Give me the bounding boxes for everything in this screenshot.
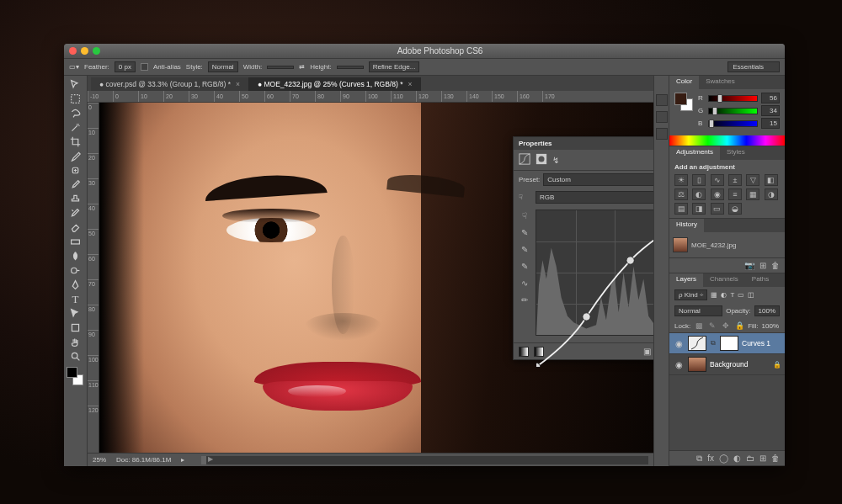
crop-tool-icon[interactable]: [67, 135, 85, 149]
healing-tool-icon[interactable]: [67, 163, 85, 178]
mask-thumb[interactable]: [720, 336, 738, 351]
docked-panel-icon[interactable]: [656, 128, 668, 140]
eyedropper-tool-icon[interactable]: [67, 149, 85, 163]
height-input[interactable]: [337, 66, 364, 69]
channels-tab[interactable]: Channels: [703, 273, 745, 287]
g-slider[interactable]: [708, 108, 758, 114]
filter-dropdown[interactable]: ρ Kind ÷: [674, 289, 707, 300]
lock-trans-icon[interactable]: ▩: [694, 321, 704, 331]
new-fill-adj-icon[interactable]: ◐: [733, 454, 741, 463]
curves-graph[interactable]: [536, 210, 653, 336]
history-state[interactable]: MOE_4232.jpg: [673, 236, 781, 254]
new-snapshot-icon[interactable]: 📷: [744, 261, 754, 270]
document-tab[interactable]: ● cover.psd @ 33.3% (Group 1, RGB/8) *×: [91, 77, 249, 91]
gradmap-adj-icon[interactable]: ▭: [711, 203, 724, 215]
styles-tab[interactable]: Styles: [720, 146, 752, 160]
blend-mode-dropdown[interactable]: Normal: [674, 305, 722, 316]
blur-tool-icon[interactable]: [67, 249, 85, 263]
status-menu-icon[interactable]: ▸: [181, 456, 184, 464]
horizontal-ruler[interactable]: -100102030405060708090100110120130140150…: [88, 91, 653, 103]
color-spectrum[interactable]: [669, 135, 785, 146]
sample-black-icon[interactable]: ✎: [519, 260, 530, 272]
vibrance-adj-icon[interactable]: ▽: [746, 174, 759, 186]
sample-gray-icon[interactable]: ✎: [519, 243, 530, 255]
close-window-button[interactable]: [69, 47, 77, 55]
zoom-window-button[interactable]: [93, 47, 100, 55]
style-dropdown[interactable]: Normal: [208, 61, 238, 72]
fg-bg-swatch[interactable]: [674, 93, 693, 111]
levels-adj-icon[interactable]: ▯: [692, 174, 706, 186]
filter-shape-icon[interactable]: ▭: [738, 291, 744, 299]
swatches-tab[interactable]: Swatches: [699, 76, 742, 89]
layer-row[interactable]: ◉ ⧉ Curves 1: [669, 333, 785, 354]
type-tool-icon[interactable]: T: [67, 292, 85, 306]
r-slider[interactable]: [708, 95, 758, 102]
close-tab-icon[interactable]: ×: [408, 80, 412, 88]
posterize-adj-icon[interactable]: ▤: [674, 203, 688, 215]
curves-adj-icon[interactable]: ∿: [711, 174, 724, 186]
photofilter-adj-icon[interactable]: ◉: [711, 188, 724, 200]
history-brush-tool-icon[interactable]: [67, 206, 85, 220]
eraser-tool-icon[interactable]: [67, 220, 85, 235]
dodge-tool-icon[interactable]: [67, 263, 85, 278]
black-point-icon[interactable]: [519, 347, 529, 357]
threshold-adj-icon[interactable]: ◨: [692, 203, 706, 215]
hand-tool-icon[interactable]: [67, 335, 85, 349]
pen-tool-icon[interactable]: [67, 278, 85, 292]
curves-adjustment-icon[interactable]: [519, 153, 530, 167]
move-tool-icon[interactable]: [67, 77, 85, 92]
zoom-tool-icon[interactable]: [67, 349, 85, 363]
g-value[interactable]: 34: [761, 105, 780, 116]
lock-all-icon[interactable]: 🔒: [734, 321, 744, 331]
sample-white-icon[interactable]: ✎: [519, 226, 530, 238]
on-image-tool-icon[interactable]: ☟: [519, 210, 530, 221]
horizontal-scrollbar[interactable]: [201, 456, 648, 464]
new-document-icon[interactable]: ⊞: [759, 261, 766, 270]
brightness-adj-icon[interactable]: ☀: [674, 174, 688, 186]
fill-input[interactable]: 100%: [762, 322, 779, 330]
mask-icon[interactable]: [536, 153, 547, 167]
filter-smart-icon[interactable]: ◫: [748, 291, 754, 299]
zoom-level[interactable]: 25%: [93, 456, 106, 464]
layer-thumb[interactable]: [688, 357, 706, 372]
document-tab[interactable]: ● MOE_4232.jpg @ 25% (Curves 1, RGB/8) *…: [249, 77, 421, 91]
mixer-adj-icon[interactable]: ≡: [728, 188, 742, 200]
layer-thumb[interactable]: [688, 336, 706, 351]
docked-panel-icon[interactable]: [656, 111, 668, 123]
edit-points-icon[interactable]: ∿: [519, 277, 530, 289]
link-icon[interactable]: ⧉: [710, 339, 717, 347]
color-swap[interactable]: [67, 367, 85, 385]
swap-icon[interactable]: ⇄: [299, 63, 305, 71]
hue-adj-icon[interactable]: ◧: [765, 174, 778, 186]
titlebar[interactable]: Adobe Photoshop CS6: [64, 44, 785, 59]
visibility-toggle-icon[interactable]: ◉: [673, 360, 685, 369]
properties-panel[interactable]: Properties▸▸ ↯ Preset: Custom ☟ RGB: [513, 136, 653, 360]
visibility-toggle-icon[interactable]: ◉: [673, 339, 685, 348]
vertical-ruler[interactable]: 0102030405060708090100110120: [88, 103, 99, 453]
layer-row[interactable]: ◉ Background 🔒: [669, 354, 785, 375]
close-tab-icon[interactable]: ×: [236, 80, 240, 88]
b-value[interactable]: 15: [761, 118, 780, 129]
tool-preset-icon[interactable]: ▭▾: [69, 63, 79, 71]
new-group-icon[interactable]: 🗀: [746, 454, 754, 463]
add-mask-icon[interactable]: ◯: [719, 454, 728, 463]
canvas[interactable]: Properties▸▸ ↯ Preset: Custom ☟ RGB: [99, 103, 653, 453]
draw-curve-icon[interactable]: ✏: [519, 294, 530, 305]
lock-position-icon[interactable]: ✥: [721, 321, 731, 331]
width-input[interactable]: [267, 66, 294, 69]
filter-adj-icon[interactable]: ◐: [721, 291, 727, 299]
new-layer-icon[interactable]: ⊞: [759, 454, 766, 463]
stamp-tool-icon[interactable]: [67, 192, 85, 206]
b-slider[interactable]: [708, 120, 758, 127]
exposure-adj-icon[interactable]: ±: [728, 174, 742, 186]
feather-input[interactable]: 0 px: [115, 61, 136, 72]
layer-name[interactable]: Curves 1: [742, 339, 770, 347]
lookup-adj-icon[interactable]: ▦: [746, 188, 759, 200]
layers-tab[interactable]: Layers: [669, 273, 703, 287]
bw-adj-icon[interactable]: ◐: [692, 188, 706, 200]
filter-type-icon[interactable]: T: [730, 291, 734, 299]
wand-tool-icon[interactable]: [67, 120, 85, 135]
brush-tool-icon[interactable]: [67, 178, 85, 192]
workspace-dropdown[interactable]: Essentials: [727, 61, 780, 72]
r-value[interactable]: 56: [761, 93, 780, 103]
